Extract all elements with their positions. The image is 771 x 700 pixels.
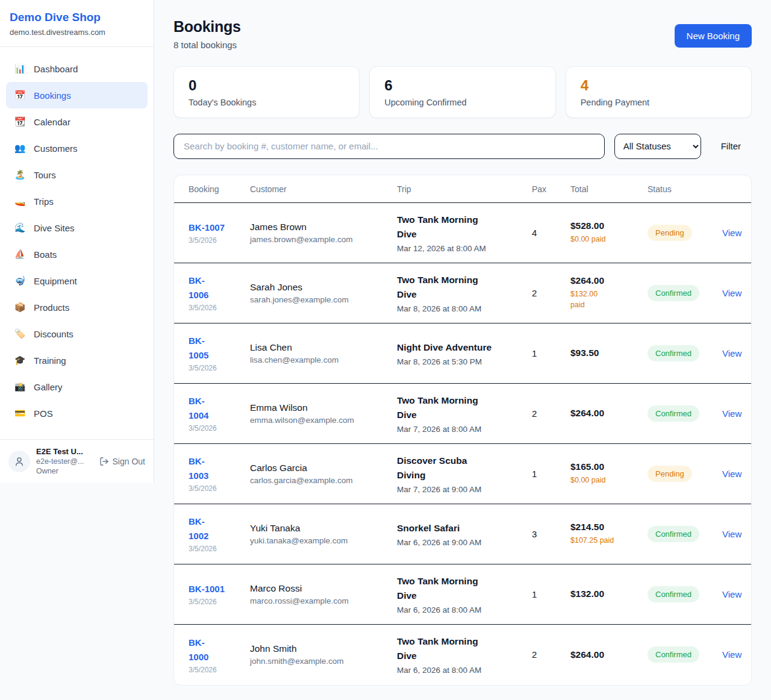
sidebar-item-equipment[interactable]: 🤿 Equipment [6,267,148,294]
booking-date: 3/5/2026 [189,545,243,553]
trip-name: Two Tank Morning Dive [397,273,525,302]
avatar [8,451,30,472]
sidebar-item-label: Dive Sites [34,223,75,233]
sidebar-item-discounts[interactable]: 🏷️ Discounts [6,320,148,347]
sidebar-item-label: Training [34,355,66,366]
package-icon: 📦 [14,302,26,313]
paid-amount: $0.00 paid [570,234,640,245]
view-link[interactable]: View [722,649,741,660]
page-header: Bookings 8 total bookings New Booking [173,18,752,50]
sidebar-item-label: Dashboard [34,64,78,74]
sidebar-item-pos[interactable]: 💳 POS [6,400,148,427]
sidebar-item-label: Calendar [34,117,70,127]
sidebar-item-trips[interactable]: 🚤 Trips [6,188,148,214]
booking-date: 3/5/2026 [189,424,243,433]
sidebar-item-products[interactable]: 📦 Products [6,294,148,320]
view-link[interactable]: View [722,228,741,238]
trip-datetime: Mar 6, 2026 at 8:00 AM [397,605,525,614]
sidebar-item-bookings[interactable]: 📅 Bookings [6,82,148,108]
sidebar-item-customers[interactable]: 👥 Customers [6,135,148,161]
filter-button[interactable]: Filter [721,141,741,151]
camera-icon: 📸 [14,381,26,392]
logout-icon [99,457,109,466]
booking-id-link[interactable]: BK- 1004 [189,394,243,423]
booking-id-link[interactable]: BK- 1006 [189,273,243,302]
booking-id-link[interactable]: BK-1007 [189,220,243,235]
booking-date: 3/5/2026 [189,304,243,312]
column-header-booking: Booking [189,184,243,194]
trip-name: Two Tank Morning Dive [397,393,525,422]
user-email: e2e-tester@... [36,457,84,466]
customer-name: Emma Wilson [250,402,390,413]
status-badge: Confirmed [648,345,699,361]
view-link[interactable]: View [722,589,741,599]
booking-id-link[interactable]: BK- 1002 [189,514,243,543]
person-icon [14,456,25,467]
sidebar-nav: 📊 Dashboard 📅 Bookings 📆 Calendar 👥 Cust… [0,47,154,430]
sidebar-item-gallery[interactable]: 📸 Gallery [6,373,148,400]
total-amount: $93.50 [570,348,640,358]
sidebar-item-dashboard[interactable]: 📊 Dashboard [6,55,148,82]
bookings-table: Booking Customer Trip Pax Total Status B… [173,175,752,686]
stats-cards: 0 Today's Bookings 6 Upcoming Confirmed … [173,66,752,118]
view-link[interactable]: View [722,469,741,479]
tag-icon: 🏷️ [14,328,26,339]
customer-email: lisa.chen@example.com [250,355,390,364]
status-badge: Confirmed [648,405,699,422]
island-icon: 🏝️ [14,169,26,180]
total-amount: $528.00 [570,220,640,231]
customer-email: john.smith@example.com [250,657,390,666]
booking-id-link[interactable]: BK- 1005 [189,334,243,363]
shop-header: Demo Dive Shop demo.test.divestreams.com [0,0,154,47]
stat-value: 0 [189,77,345,95]
pax-count: 3 [532,529,563,539]
user-meta: E2E Test U... e2e-tester@... Owner [36,447,84,475]
booking-id-link[interactable]: BK-1001 [189,582,243,596]
view-link[interactable]: View [722,529,741,539]
view-link[interactable]: View [722,288,741,298]
sidebar-item-label: Bookings [34,90,71,101]
pax-count: 1 [532,469,563,479]
trip-datetime: Mar 7, 2026 at 9:00 AM [397,485,525,494]
view-link[interactable]: View [722,348,741,358]
customer-name: James Brown [250,222,390,233]
stat-label: Pending Payment [581,98,737,107]
booking-id-link[interactable]: BK- 1000 [189,636,243,664]
stat-pending-payment: 4 Pending Payment [566,66,752,118]
sidebar-item-label: Equipment [34,276,77,286]
stat-value: 4 [581,77,737,95]
sidebar-item-boats[interactable]: ⛵ Boats [6,241,148,267]
customer-name: Lisa Chen [250,342,390,353]
pax-count: 2 [532,649,563,660]
new-booking-button[interactable]: New Booking [675,24,752,48]
sidebar-item-tours[interactable]: 🏝️ Tours [6,161,148,188]
column-header-customer: Customer [250,184,390,194]
diving-mask-icon: 🤿 [14,275,26,286]
trip-name: Two Tank Morning Dive [397,634,525,663]
stat-todays-bookings: 0 Today's Bookings [173,66,360,118]
sidebar-item-calendar[interactable]: 📆 Calendar [6,108,148,135]
customer-email: carlos.garcia@example.com [250,476,390,485]
pax-count: 2 [532,288,563,298]
status-select[interactable]: All Statuses [614,134,701,159]
booking-id-link[interactable]: BK- 1003 [189,454,243,483]
pax-count: 1 [532,348,563,358]
pax-count: 4 [532,228,563,238]
sign-out-button[interactable]: Sign Out [99,457,145,466]
trip-datetime: Mar 7, 2026 at 8:00 AM [397,425,525,434]
sidebar: Demo Dive Shop demo.test.divestreams.com… [0,0,154,483]
customer-email: marco.rossi@example.com [250,596,390,605]
people-icon: 👥 [14,143,26,154]
sidebar-item-training[interactable]: 🎓 Training [6,347,148,373]
user-role: Owner [36,467,84,475]
trip-datetime: Mar 8, 2026 at 5:30 PM [397,357,525,366]
status-badge: Pending [648,225,692,241]
view-link[interactable]: View [722,408,741,419]
customer-email: sarah.jones@example.com [250,295,390,304]
sidebar-item-dive-sites[interactable]: 🌊 Dive Sites [6,214,148,241]
customer-name: Carlos Garcia [250,463,390,473]
table-row: BK- 1005 3/5/2026 Lisa Chen lisa.chen@ex… [174,323,751,384]
wave-icon: 🌊 [14,222,26,233]
search-input[interactable] [173,134,605,159]
paid-amount: $107.25 paid [570,535,640,546]
